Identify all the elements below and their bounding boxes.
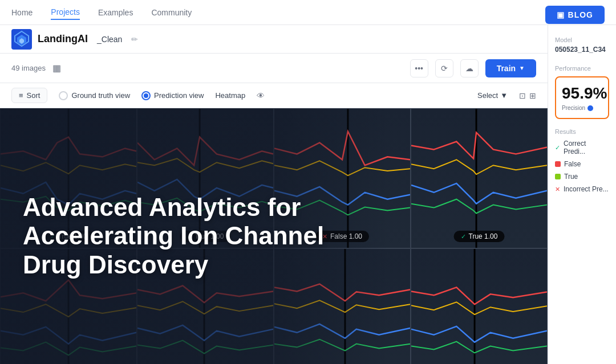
sort-button[interactable]: ≡ Sort xyxy=(11,88,47,103)
select-chevron: ▼ xyxy=(500,91,508,100)
filter-bar: ≡ Sort Ground truth view Prediction view… xyxy=(0,83,548,108)
project-name: _Clean xyxy=(97,35,122,44)
check-icon: ✓ xyxy=(555,144,560,152)
grid-cell-7[interactable]: ✓ True 1.00 xyxy=(274,248,411,364)
grid-cell-3[interactable]: ✕ False 1.00 xyxy=(274,108,411,248)
image-count: 49 images xyxy=(11,64,46,72)
expand-icons: ⊡ ⊞ xyxy=(519,91,536,100)
chart-icon[interactable]: ▦ xyxy=(52,63,61,73)
logo-text: LandingAI xyxy=(38,33,88,45)
landing-ai-logo xyxy=(11,29,32,50)
toolbar: 49 images ▦ ••• ⟳ ☁ Train ▼ xyxy=(0,54,548,83)
prediction-view[interactable]: Prediction view xyxy=(141,91,204,100)
logo-area: LandingAI xyxy=(11,29,88,50)
top-nav: Home Projects Examples Community xyxy=(0,0,616,25)
heatmap-icon[interactable]: 👁 xyxy=(257,91,265,100)
grid-cell-4[interactable]: ✓ True 1.00 xyxy=(411,108,548,248)
project-header: LandingAI _Clean ✏ xyxy=(0,25,548,54)
cell-badge-3: ✕ False 1.00 xyxy=(315,231,369,242)
performance-section-label: Performance xyxy=(555,65,609,72)
right-panel: Model 050523_11_C34 Performance 95.9% Pr… xyxy=(548,25,616,364)
true-dot xyxy=(555,174,561,179)
expand-icon-1[interactable]: ⊡ xyxy=(519,91,526,100)
workspace: LandingAI _Clean ✏ 49 images ▦ ••• ⟳ ☁ T… xyxy=(0,25,616,364)
grid-cell-2[interactable]: ✓ True 1.00 xyxy=(137,108,274,248)
performance-card: 95.9% Precision xyxy=(555,76,609,119)
edit-icon[interactable]: ✏ xyxy=(131,35,138,44)
more-options-button[interactable]: ••• xyxy=(410,59,428,77)
grid-cell-1[interactable]: ✓ True 1.00 xyxy=(0,108,137,248)
train-button[interactable]: Train ▼ xyxy=(485,59,536,77)
result-true: True xyxy=(555,173,609,181)
result-incorrect-predictions: ✕ Incorrect Pre... xyxy=(555,185,609,193)
x-icon: ✕ xyxy=(555,186,560,193)
nav-projects[interactable]: Projects xyxy=(51,5,80,20)
grid-cell-5[interactable]: ✓ True 1.00 xyxy=(0,248,137,364)
results-section-label: Results xyxy=(555,128,609,135)
sort-icon: ≡ xyxy=(19,91,23,100)
info-dot xyxy=(587,105,593,111)
nav-examples[interactable]: Examples xyxy=(98,6,133,19)
false-dot xyxy=(555,161,561,167)
result-false: False xyxy=(555,160,609,168)
model-section-label: Model xyxy=(555,36,609,43)
cell-badge-4: ✓ True 1.00 xyxy=(454,231,505,242)
nav-home[interactable]: Home xyxy=(11,6,33,19)
image-grid: ✓ True 1.00 ✓ True 1.00 xyxy=(0,108,548,364)
nav-community[interactable]: Community xyxy=(151,6,192,19)
select-button[interactable]: Select ▼ xyxy=(477,91,508,100)
grid-cell-6[interactable]: ✓ True 1.00 xyxy=(137,248,274,364)
result-correct-predictions: ✓ Correct Predi... xyxy=(555,140,609,156)
expand-icon-2[interactable]: ⊞ xyxy=(529,91,536,100)
cell-badge-2: ✓ True 1.00 xyxy=(180,231,231,242)
cloud-button[interactable]: ☁ xyxy=(460,59,479,77)
heatmap-label: Heatmap xyxy=(215,91,245,100)
grid-cell-8[interactable]: ✓ True 1.00 xyxy=(411,248,548,364)
precision-label: Precision xyxy=(562,105,602,111)
history-button[interactable]: ⟳ xyxy=(435,59,453,77)
cell-badge-1: ✓ True 1.00 xyxy=(43,231,94,242)
chevron-down-icon: ▼ xyxy=(519,65,525,71)
model-name: 050523_11_C34 xyxy=(555,46,609,54)
prediction-radio-fill xyxy=(144,93,148,98)
prediction-radio[interactable] xyxy=(141,91,151,100)
performance-value: 95.9% xyxy=(562,84,602,103)
blog-icon: ▣ xyxy=(557,10,565,19)
blog-button[interactable]: ▣ BLOG xyxy=(545,6,605,24)
ground-truth-view[interactable]: Ground truth view xyxy=(59,91,130,100)
ground-truth-radio[interactable] xyxy=(59,91,68,100)
